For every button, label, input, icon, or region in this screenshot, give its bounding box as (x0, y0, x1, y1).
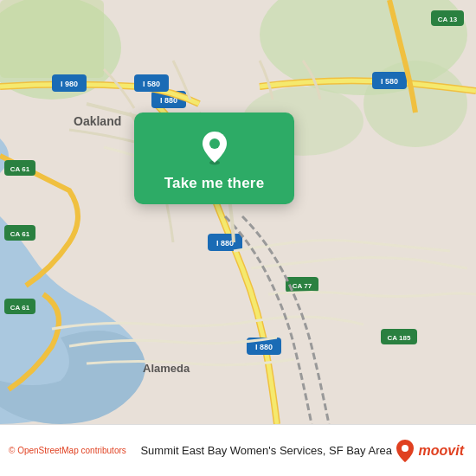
svg-text:I 580: I 580 (143, 80, 160, 88)
svg-text:CA 185: CA 185 (388, 334, 411, 342)
svg-text:Alameda: Alameda (143, 362, 190, 375)
take-me-there-button-label: Take me there (164, 175, 265, 192)
moovit-pin-icon (396, 439, 415, 463)
svg-text:I 980: I 980 (61, 80, 78, 88)
location-pin-icon (196, 128, 234, 166)
svg-text:I 880: I 880 (216, 239, 234, 248)
osm-attribution: © OpenStreetMap contributors (9, 446, 138, 455)
svg-text:CA 13: CA 13 (438, 16, 458, 23)
place-info-text: Summit East Bay Women's Services, SF Bay… (138, 444, 396, 457)
svg-text:CA 61: CA 61 (10, 304, 30, 312)
svg-rect-4 (0, 0, 104, 78)
svg-text:Oakland: Oakland (74, 114, 121, 128)
svg-text:I 880: I 880 (255, 343, 273, 351)
moovit-brand-text: moovit (419, 443, 464, 459)
take-me-there-card[interactable]: Take me there (134, 113, 294, 204)
moovit-logo: moovit (396, 439, 464, 463)
attribution-text: © OpenStreetMap contributors (9, 446, 126, 455)
svg-text:CA 77: CA 77 (293, 282, 312, 290)
map-svg: I 880 I 880 I 880 CA 61 CA 61 CA 61 I 98… (0, 0, 476, 424)
svg-point-33 (209, 138, 220, 149)
svg-text:CA 61: CA 61 (10, 165, 30, 173)
svg-point-34 (402, 445, 408, 452)
svg-text:I 580: I 580 (381, 77, 398, 86)
svg-text:CA 61: CA 61 (10, 230, 30, 238)
footer-bar: © OpenStreetMap contributors Summit East… (0, 424, 476, 476)
map-view: I 880 I 880 I 880 CA 61 CA 61 CA 61 I 98… (0, 0, 476, 424)
